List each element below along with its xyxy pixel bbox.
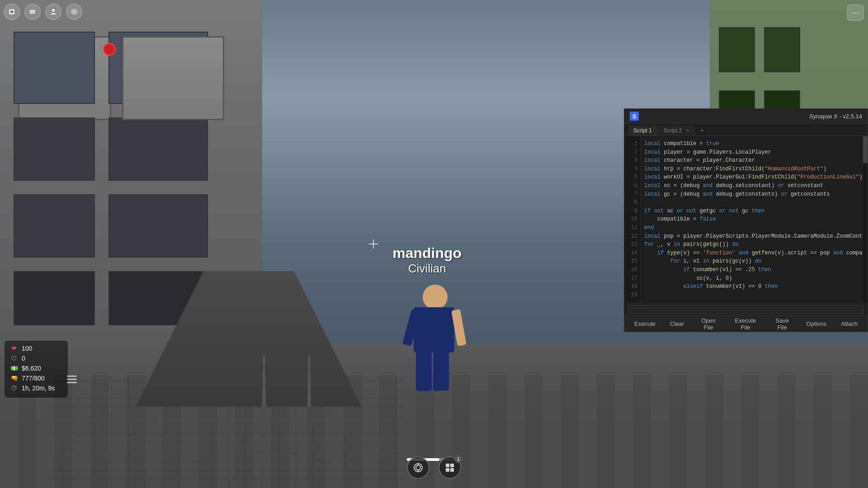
- gear-icon-btn[interactable]: [66, 4, 82, 20]
- attach-button[interactable]: Attach: [835, 319, 864, 329]
- player-role: Civilian: [392, 262, 462, 276]
- svg-point-5: [52, 9, 55, 12]
- inventory-btn[interactable]: [407, 456, 429, 479]
- player-character: [407, 285, 461, 398]
- synapse-editor[interactable]: 12345 678910 1112131415 16171819 local c…: [624, 136, 868, 303]
- person-icon-btn[interactable]: [45, 4, 61, 20]
- ammo-icon: 🔫: [10, 374, 18, 382]
- person-icon: [50, 8, 57, 15]
- tab-script2-label: Script 2: [664, 127, 682, 134]
- save-file-button[interactable]: Save File: [766, 315, 798, 333]
- more-options-btn[interactable]: ···: [847, 5, 863, 21]
- synapse-input-field[interactable]: [628, 305, 864, 314]
- heart-icon: ❤: [10, 344, 18, 352]
- options-button[interactable]: Options: [800, 319, 833, 329]
- tab-script1-label: Script 1: [633, 127, 652, 134]
- svg-point-7: [71, 9, 77, 14]
- time-value: 1h, 20m, 9s: [22, 385, 55, 392]
- stats-panel: ❤ 100 🛡 0 💵 $6,620 🔫 777/800 ⏱ 1h, 20m, …: [5, 341, 68, 398]
- shield-value: 0: [22, 355, 25, 362]
- svg-rect-17: [446, 468, 449, 472]
- window: [108, 117, 208, 181]
- svg-text:⚑: ⚑: [10, 10, 14, 14]
- svg-rect-15: [446, 464, 449, 467]
- synapse-tabs: Script 1 Script 2 × +: [624, 124, 868, 136]
- svg-rect-3: [30, 11, 35, 12]
- synapse-logo-icon: S: [630, 112, 639, 121]
- top-right-menu: ···: [847, 5, 863, 21]
- top-left-toolbar: ⚑: [4, 4, 82, 20]
- synapse-toolbar: Execute Clear Open File Execute File Sav…: [624, 315, 868, 332]
- menu-icon: [29, 8, 36, 15]
- open-file-button[interactable]: Open File: [692, 315, 725, 333]
- svg-rect-10: [67, 382, 77, 383]
- bottom-action-bar: 1: [407, 456, 461, 479]
- player-leg-right: [433, 350, 449, 391]
- synapse-title: Synapse X - v2.5.14: [809, 113, 862, 120]
- gear-icon: [71, 8, 78, 15]
- svg-rect-8: [67, 375, 77, 377]
- execute-button[interactable]: Execute: [628, 319, 662, 329]
- window: [14, 194, 95, 258]
- svg-rect-4: [30, 13, 35, 14]
- editor-scrollbar[interactable]: [862, 136, 868, 303]
- flag-icon-btn[interactable]: ⚑: [4, 4, 20, 20]
- synapse-logo: S: [630, 112, 639, 121]
- window: [108, 194, 208, 258]
- svg-point-12: [416, 465, 420, 470]
- notification-dot[interactable]: [103, 43, 116, 56]
- clear-button[interactable]: Clear: [664, 319, 690, 329]
- line-numbers: 12345 678910 1112131415 16171819: [624, 136, 641, 303]
- window: [14, 117, 95, 181]
- tab-script2-close[interactable]: ×: [686, 127, 689, 134]
- window: [14, 32, 95, 104]
- wheel-icon: [444, 462, 455, 473]
- synapse-input-bar[interactable]: [624, 303, 868, 315]
- tab-script2[interactable]: Script 2 ×: [658, 126, 695, 136]
- ammo-value: 777/800: [22, 375, 45, 382]
- svg-rect-16: [450, 464, 454, 467]
- synapse-panel: S Synapse X - v2.5.14 Script 1 Script 2 …: [624, 108, 868, 332]
- svg-rect-18: [450, 468, 454, 472]
- badge: 1: [454, 455, 462, 463]
- time-row: ⏱ 1h, 20m, 9s: [10, 384, 62, 392]
- cash-icon: 💵: [10, 364, 18, 372]
- scrollbar-thumb[interactable]: [863, 136, 868, 163]
- window: [108, 32, 208, 104]
- window: [764, 27, 800, 72]
- inventory-icon: [413, 462, 424, 473]
- crosshair: [369, 239, 378, 249]
- money-row: 💵 $6,620: [10, 364, 62, 372]
- menu-wheel-btn[interactable]: 1: [439, 456, 461, 479]
- shield-row: 🛡 0: [10, 354, 62, 362]
- player-nametag: mandingo Civilian: [392, 245, 462, 276]
- money-value: $6,620: [22, 365, 41, 372]
- window: [14, 271, 95, 325]
- flag-icon: ⚑: [8, 8, 15, 15]
- execute-file-button[interactable]: Execute File: [726, 315, 764, 333]
- health-row: ❤ 100: [10, 344, 62, 352]
- player-leg-left: [416, 350, 432, 391]
- player-head: [423, 285, 448, 310]
- tab-script1[interactable]: Script 1: [628, 126, 657, 136]
- svg-point-6: [73, 10, 75, 13]
- player-body: [414, 307, 454, 352]
- svg-rect-9: [67, 379, 77, 380]
- synapse-titlebar: S Synapse X - v2.5.14: [624, 109, 868, 124]
- health-value: 100: [22, 345, 32, 352]
- tab-add-btn[interactable]: +: [698, 126, 707, 135]
- shield-icon: 🛡: [10, 354, 18, 362]
- menu-icon-btn[interactable]: [24, 4, 41, 20]
- time-icon: ⏱: [10, 384, 18, 392]
- menu-icon-bottom-left[interactable]: [67, 375, 77, 386]
- hamburger-icon: [67, 375, 77, 384]
- player-name: mandingo: [392, 245, 462, 262]
- window: [719, 27, 755, 72]
- svg-rect-2: [30, 10, 35, 11]
- code-editor-content[interactable]: local compatible = true local player = g…: [641, 136, 862, 303]
- ammo-row: 🔫 777/800: [10, 374, 62, 382]
